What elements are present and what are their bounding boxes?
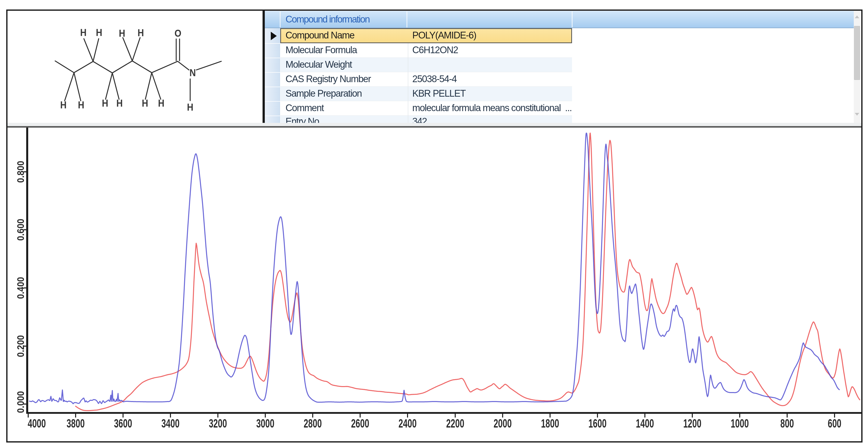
svg-text:0.400: 0.400 (15, 277, 26, 299)
svg-text:H: H (80, 27, 86, 38)
svg-text:H: H (187, 101, 193, 113)
svg-text:H: H (142, 97, 148, 109)
svg-text:H: H (102, 97, 108, 109)
svg-text:1200: 1200 (683, 417, 702, 430)
svg-text:4000: 4000 (28, 417, 46, 430)
svg-text:3800: 3800 (67, 417, 85, 430)
svg-text:H: H (137, 27, 144, 38)
svg-text:O: O (175, 27, 181, 39)
svg-text:2600: 2600 (351, 417, 369, 430)
svg-text:0.000: 0.000 (15, 391, 26, 413)
svg-text:2000: 2000 (494, 417, 512, 430)
svg-text:2400: 2400 (399, 417, 417, 430)
svg-text:600: 600 (828, 417, 841, 430)
svg-text:3200: 3200 (209, 417, 227, 430)
svg-text:1800: 1800 (541, 417, 559, 430)
svg-text:H: H (116, 97, 123, 109)
svg-text:H: H (96, 27, 102, 38)
svg-text:1000: 1000 (731, 417, 749, 430)
svg-text:H: H (119, 27, 125, 39)
svg-text:800: 800 (780, 417, 794, 430)
svg-text:1400: 1400 (636, 417, 654, 430)
svg-text:H: H (60, 99, 66, 110)
svg-text:1600: 1600 (588, 417, 607, 430)
svg-text:0.600: 0.600 (15, 219, 26, 241)
svg-text:3600: 3600 (114, 417, 132, 430)
svg-text:H: H (78, 99, 84, 110)
svg-text:2200: 2200 (446, 417, 464, 430)
svg-text:H: H (158, 97, 164, 109)
svg-text:N: N (189, 67, 196, 78)
svg-text:3000: 3000 (256, 417, 275, 430)
svg-text:0.200: 0.200 (15, 335, 26, 357)
svg-text:2800: 2800 (304, 417, 322, 430)
svg-text:3400: 3400 (161, 417, 180, 430)
svg-text:0.800: 0.800 (15, 161, 26, 183)
